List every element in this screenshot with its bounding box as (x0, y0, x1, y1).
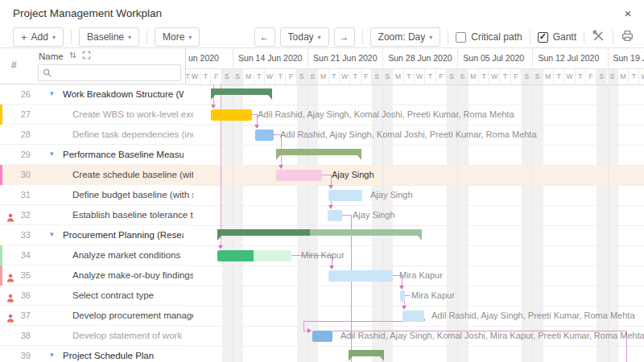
checkbox-checked-icon[interactable] (538, 32, 548, 43)
table-row[interactable]: 27Create WBS to work-level execution (0, 105, 186, 125)
table-row[interactable]: 32Establish baseline tolerance thresh... (0, 205, 186, 225)
day-cell: S (382, 68, 393, 84)
day-cell: W (190, 68, 200, 84)
week-label: Sun 05 Jul 2020 (463, 53, 524, 63)
row-border (186, 326, 644, 327)
search-input[interactable] (55, 68, 167, 78)
selected-row-highlight (186, 165, 644, 185)
customize-icon[interactable] (592, 29, 605, 46)
zoom-select[interactable]: Zoom: Day ▾ (370, 27, 441, 47)
task-name: Select contract type (72, 290, 154, 300)
task-search[interactable] (38, 64, 181, 81)
day-cell: T (501, 68, 511, 84)
row-number: 26 (14, 89, 31, 99)
divider (530, 30, 530, 44)
baseline-button[interactable]: Baseline ▾ (79, 27, 139, 47)
day-cell: T (350, 68, 361, 84)
collapse-caret-icon[interactable]: ▾ (50, 351, 54, 359)
next-period-button[interactable]: → (334, 27, 355, 47)
assignee-label: Adil Rashid, Ajay Singh, Komal Joshi, Pr… (258, 109, 514, 119)
sort-icon[interactable] (68, 51, 77, 61)
today-button[interactable]: Today ▾ (280, 27, 329, 47)
row-number: 35 (14, 270, 31, 280)
row-number: 36 (14, 290, 31, 300)
gantt-bar-progress (217, 250, 254, 261)
print-icon[interactable] (621, 29, 634, 46)
day-cell: S (308, 68, 318, 84)
row-number: 38 (14, 331, 31, 340)
close-icon[interactable]: × (620, 6, 636, 22)
day-cell: S (233, 68, 243, 84)
task-name: Define budget baseline (with sched... (72, 190, 193, 200)
gantt-bar[interactable] (402, 311, 424, 322)
critical-path-toggle[interactable]: Critical path (456, 31, 522, 43)
collapse-caret-icon[interactable]: ▾ (50, 89, 54, 97)
day-cell: T (254, 68, 265, 84)
day-cell: T (275, 68, 286, 84)
assignee-alert-icon (6, 271, 14, 280)
add-button[interactable]: + Add ▾ (13, 27, 64, 47)
gantt-bar[interactable] (255, 130, 274, 141)
row-border (186, 245, 644, 246)
task-name: Establish baseline tolerance thresh... (72, 210, 193, 220)
gantt-bar[interactable] (211, 109, 252, 121)
week-label: Sun 21 Jun 2020 (313, 53, 377, 63)
day-cell: F (287, 68, 297, 84)
summary-bar[interactable] (349, 350, 384, 356)
day-cell: S (532, 68, 543, 84)
plus-icon: + (21, 31, 27, 43)
day-cell: W (564, 68, 575, 84)
table-row[interactable]: 39▾Project Schedule Plan (0, 346, 186, 362)
gantt-chart: un 2020Sun 14 Jun 2020Sun 21 Jun 2020Sun… (186, 48, 644, 362)
table-row[interactable]: 26▾Work Breakdown Structure (WBS) (0, 84, 186, 105)
day-cell: S (597, 68, 607, 84)
checkbox-unchecked-icon[interactable] (456, 32, 466, 43)
table-row[interactable]: 34Analyze market conditions (0, 245, 186, 265)
table-row[interactable]: 33▾Procurement Planning (Research Ven... (0, 225, 186, 245)
collapse-caret-icon[interactable]: ▾ (50, 150, 54, 158)
summary-bar[interactable] (217, 229, 422, 236)
gantt-bar[interactable] (328, 210, 342, 221)
table-row[interactable]: 38Develop statement of work (0, 326, 186, 346)
gantt-bar[interactable] (328, 190, 362, 201)
day-cell: T (554, 68, 564, 84)
task-name: Project Schedule Plan (63, 351, 154, 360)
table-row[interactable]: 35Analyze make-or-buy findings (0, 265, 186, 286)
assignee-alert-icon (6, 291, 14, 300)
gantt-bar[interactable] (400, 290, 405, 302)
collapse-caret-icon[interactable]: ▾ (50, 230, 54, 238)
zoom-select-label: Zoom: Day (378, 31, 426, 43)
row-border (186, 286, 644, 286)
gantt-bar[interactable] (276, 170, 322, 181)
prev-period-button[interactable]: ← (254, 27, 275, 47)
row-number: 31 (14, 190, 31, 200)
gantt-bar[interactable] (217, 250, 291, 261)
week-label: Sun 12 Jul 2020 (538, 53, 599, 63)
expand-icon[interactable] (82, 51, 91, 61)
number-column-header: # (11, 60, 17, 71)
gantt-toggle[interactable]: Gantt (538, 31, 576, 43)
gantt-app: Project Management Workplan × + Add ▾ Ba… (0, 0, 644, 362)
row-border (186, 145, 644, 146)
task-name: Work Breakdown Structure (WBS) (63, 89, 184, 99)
day-cell: M (243, 68, 254, 84)
summary-bar[interactable] (211, 88, 272, 95)
summary-bar[interactable] (276, 149, 361, 155)
table-row[interactable]: 36Select contract type (0, 286, 186, 306)
summary-bar-end (418, 229, 422, 241)
priority-stripe (0, 105, 2, 125)
gantt-bar[interactable] (328, 270, 393, 282)
table-row[interactable]: 29▾Performance Baseline Measurement (0, 145, 186, 165)
more-button[interactable]: More ▾ (155, 27, 200, 47)
table-row[interactable]: 28Define task dependencies (includin... (0, 125, 186, 145)
row-number: 33 (14, 230, 31, 240)
day-cell: F (361, 68, 372, 84)
dependency-line (342, 215, 351, 216)
day-cell: T (629, 68, 639, 84)
table-row[interactable]: 37Develop procurement management... (0, 306, 186, 326)
gantt-bar[interactable] (312, 331, 332, 342)
task-name: Create WBS to work-level execution (72, 109, 193, 119)
chevron-down-icon: ▾ (128, 34, 131, 41)
table-row[interactable]: 31Define budget baseline (with sched... (0, 185, 186, 205)
table-row[interactable]: 30Create schedule baseline (with exp... (0, 165, 186, 185)
